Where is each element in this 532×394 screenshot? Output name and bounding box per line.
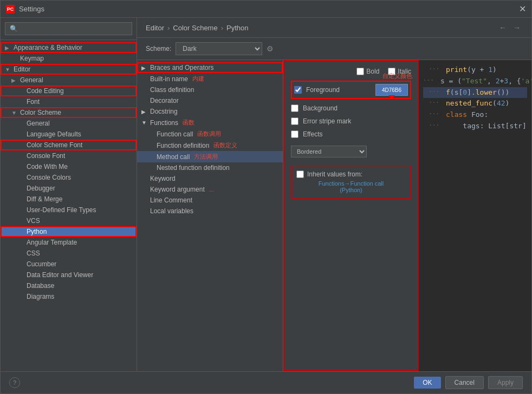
effects-row: Effects xyxy=(291,130,411,138)
funccall-annotation: 函数调用 xyxy=(197,130,221,138)
color-item-label: Keyword argument xyxy=(150,186,205,193)
color-item-nestedfunc[interactable]: Nested function definition xyxy=(137,162,283,173)
sidebar-item-code-with-me[interactable]: Code With Me xyxy=(1,161,137,172)
sidebar-item-diagrams[interactable]: Diagrams xyxy=(1,291,137,302)
effects-checkbox[interactable] xyxy=(291,130,299,138)
scheme-label: Scheme: xyxy=(146,45,171,52)
help-button[interactable]: ? xyxy=(9,377,20,388)
sidebar-item-label: Color Scheme xyxy=(20,109,61,116)
color-item-funccall[interactable]: Function call 函数调用 xyxy=(137,128,283,140)
sidebar-item-label: Cucumber xyxy=(27,260,56,268)
line-number: ··· xyxy=(423,121,439,132)
sidebar-item-label: Python xyxy=(27,228,47,235)
color-item-label: Functions xyxy=(150,119,178,127)
sidebar-item-data-editor[interactable]: Data Editor and Viewer xyxy=(1,270,137,280)
sidebar-item-label: Language Defaults xyxy=(27,130,81,138)
code-line: ··· tags: List[str] xyxy=(423,121,527,132)
code-line-method-call: ··· f(s[0].lower()) xyxy=(423,87,527,98)
sidebar-item-general[interactable]: ▶ General xyxy=(1,75,137,86)
bold-label[interactable]: Bold xyxy=(356,68,379,75)
back-button[interactable]: ← xyxy=(497,22,509,33)
line-number: ··· xyxy=(423,76,434,87)
close-button[interactable]: ✕ xyxy=(519,4,526,14)
forward-button[interactable]: → xyxy=(511,22,523,33)
breadcrumb-part-3: Python xyxy=(226,24,248,32)
sidebar-item-appearance[interactable]: ▶ Appearance & Behavior xyxy=(1,42,137,53)
kwarg-annotation: ... xyxy=(209,186,214,193)
scheme-select[interactable]: Dark Default High contrast Monokai xyxy=(176,42,262,55)
code-line: ··· s = ("Test", 2+3, {'a': 'b'}, f'{x!s… xyxy=(423,76,527,87)
sidebar-item-label: Code Editing xyxy=(27,87,64,95)
gear-button[interactable]: ⚙ xyxy=(267,44,274,53)
sidebar-item-label: Color Scheme Font xyxy=(27,141,82,149)
sidebar-item-label: Editor xyxy=(14,65,30,73)
sidebar-item-label: Debugger xyxy=(27,185,55,192)
code-line: ··· nested_func(42) xyxy=(423,98,527,109)
effects-type-select[interactable]: Bordered Underline Bold underline xyxy=(291,146,367,157)
sidebar-item-diff-merge[interactable]: Diff & Merge xyxy=(1,194,137,205)
sidebar-item-vcs[interactable]: VCS xyxy=(1,215,137,226)
tree-container: ▶ Appearance & Behavior Keymap ▼ Editor … xyxy=(1,40,137,371)
color-item-funcdef[interactable]: Function definition 函数定义 xyxy=(137,140,283,151)
sidebar-item-cs-general[interactable]: General xyxy=(1,118,137,129)
bold-checkbox[interactable] xyxy=(356,68,364,75)
color-item-decorator[interactable]: Decorator xyxy=(137,95,283,106)
sidebar-item-editor[interactable]: ▼ Editor xyxy=(1,64,137,75)
color-item-kwarg[interactable]: Keyword argument ... xyxy=(137,184,283,195)
sidebar-item-cucumber[interactable]: Cucumber xyxy=(1,259,137,270)
arrow-icon: ▶ xyxy=(11,77,18,83)
apply-button[interactable]: Apply xyxy=(488,376,523,389)
sidebar-item-cs-font[interactable]: Color Scheme Font xyxy=(1,140,137,150)
breadcrumb: Editor › Color Scheme › Python ← → xyxy=(137,18,531,38)
arrow-icon: ▼ xyxy=(141,120,148,126)
sidebar-item-keymap[interactable]: Keymap xyxy=(1,53,137,64)
code-preview: ··· print(y + 1) ··· s = ("Test", 2+3, {… xyxy=(419,60,531,371)
sidebar-item-debugger[interactable]: Debugger xyxy=(1,183,137,194)
line-number: ··· xyxy=(423,87,439,98)
sidebar-item-language-defaults[interactable]: Language Defaults xyxy=(1,129,137,140)
search-box xyxy=(1,18,137,40)
custom-color-annotation: 自定义颜色 xyxy=(382,72,412,80)
color-item-classdef[interactable]: Class definition xyxy=(137,84,283,95)
foreground-checkbox[interactable] xyxy=(294,86,302,94)
sidebar-item-console-font[interactable]: Console Font xyxy=(1,150,137,161)
search-input[interactable] xyxy=(5,22,132,35)
sidebar-item-css[interactable]: CSS xyxy=(1,248,137,259)
sidebar-item-color-scheme[interactable]: ▼ Color Scheme xyxy=(1,107,137,118)
color-item-localvars[interactable]: Local variables xyxy=(137,206,283,216)
sidebar-item-user-defined[interactable]: User-Defined File Types xyxy=(1,205,137,215)
sidebar-item-code-editing[interactable]: Code Editing xyxy=(1,86,137,96)
sidebar-item-database[interactable]: Database xyxy=(1,280,137,291)
arrow-icon: ▶ xyxy=(5,45,11,51)
inherit-box: Inherit values from: Functions→Function … xyxy=(291,165,411,199)
color-item-linecomment[interactable]: Line Comment xyxy=(137,195,283,206)
background-checkbox[interactable] xyxy=(291,104,299,112)
title-bar: PC Settings ✕ xyxy=(1,1,531,18)
methodcall-annotation: 方法调用 xyxy=(194,153,218,161)
title-bar-left: PC Settings xyxy=(6,5,44,14)
color-item-keyword[interactable]: Keyword xyxy=(137,173,283,184)
sidebar-item-font[interactable]: Font xyxy=(1,96,137,107)
inherit-link[interactable]: Functions→Function call(Python) xyxy=(296,180,406,193)
line-number: ··· xyxy=(423,109,439,121)
error-stripe-checkbox[interactable] xyxy=(291,117,299,125)
ok-button[interactable]: OK xyxy=(414,377,440,389)
color-item-methodcall[interactable]: Method call 方法调用 xyxy=(137,151,283,162)
sidebar-item-label: Diff & Merge xyxy=(27,195,62,203)
color-item-docstring[interactable]: ▶ Docstring xyxy=(137,106,283,117)
color-item-label: Nested function definition xyxy=(157,164,230,172)
sidebar-item-angular[interactable]: Angular Template xyxy=(1,237,137,248)
sidebar-item-python[interactable]: Python xyxy=(1,226,137,237)
color-item-functions[interactable]: ▼ Functions 函数 xyxy=(137,117,283,128)
color-item-builtin[interactable]: Built-in name 内建 xyxy=(137,73,283,84)
sidebar-item-label: General xyxy=(20,76,43,84)
color-list: ▶ Braces and Operators Built-in name 内建 … xyxy=(137,60,283,371)
inherit-checkbox[interactable] xyxy=(296,170,304,178)
foreground-swatch[interactable]: 4D76B6 xyxy=(375,84,408,96)
color-item-braces[interactable]: ▶ Braces and Operators xyxy=(137,62,283,73)
color-item-label: Keyword xyxy=(150,175,176,182)
color-item-label: Built-in name xyxy=(150,75,188,83)
funcdef-annotation: 函数定义 xyxy=(213,141,237,149)
sidebar-item-console-colors[interactable]: Console Colors xyxy=(1,172,137,183)
cancel-button[interactable]: Cancel xyxy=(445,376,484,389)
